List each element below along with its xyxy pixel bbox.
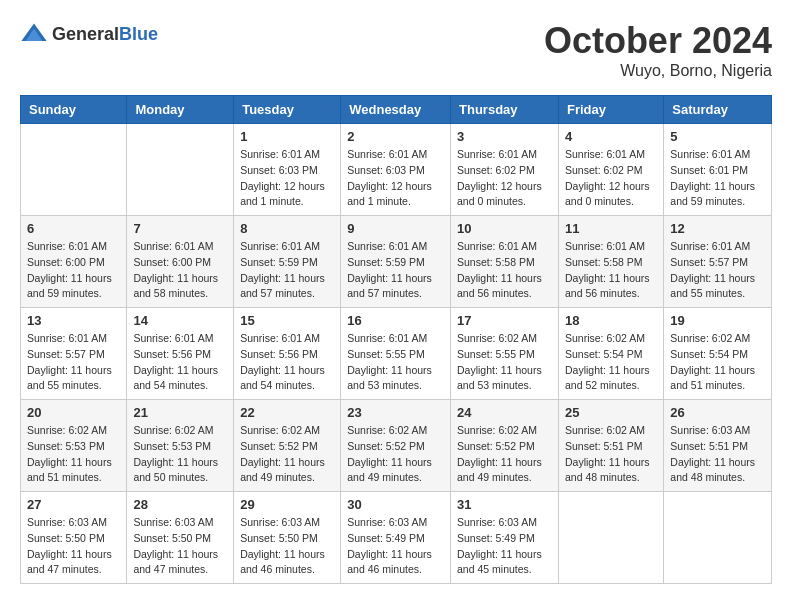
title-block: October 2024 Wuyo, Borno, Nigeria [544, 20, 772, 80]
calendar-cell: 7Sunrise: 6:01 AMSunset: 6:00 PMDaylight… [127, 216, 234, 308]
calendar-cell: 19Sunrise: 6:02 AMSunset: 5:54 PMDayligh… [664, 308, 772, 400]
day-info: Sunrise: 6:03 AMSunset: 5:51 PMDaylight:… [670, 423, 765, 486]
calendar-cell: 1Sunrise: 6:01 AMSunset: 6:03 PMDaylight… [234, 124, 341, 216]
weekday-header-thursday: Thursday [451, 96, 559, 124]
calendar-cell: 6Sunrise: 6:01 AMSunset: 6:00 PMDaylight… [21, 216, 127, 308]
month-title: October 2024 [544, 20, 772, 62]
day-number: 6 [27, 221, 120, 236]
calendar-cell [127, 124, 234, 216]
day-info: Sunrise: 6:01 AMSunset: 6:02 PMDaylight:… [457, 147, 552, 210]
day-info: Sunrise: 6:02 AMSunset: 5:55 PMDaylight:… [457, 331, 552, 394]
weekday-header-row: SundayMondayTuesdayWednesdayThursdayFrid… [21, 96, 772, 124]
day-number: 8 [240, 221, 334, 236]
day-number: 10 [457, 221, 552, 236]
day-number: 9 [347, 221, 444, 236]
day-number: 21 [133, 405, 227, 420]
calendar-cell: 3Sunrise: 6:01 AMSunset: 6:02 PMDaylight… [451, 124, 559, 216]
calendar-cell [21, 124, 127, 216]
calendar-cell: 27Sunrise: 6:03 AMSunset: 5:50 PMDayligh… [21, 492, 127, 584]
calendar-cell: 30Sunrise: 6:03 AMSunset: 5:49 PMDayligh… [341, 492, 451, 584]
location-title: Wuyo, Borno, Nigeria [544, 62, 772, 80]
day-info: Sunrise: 6:01 AMSunset: 5:58 PMDaylight:… [457, 239, 552, 302]
day-info: Sunrise: 6:03 AMSunset: 5:50 PMDaylight:… [240, 515, 334, 578]
day-info: Sunrise: 6:01 AMSunset: 5:56 PMDaylight:… [240, 331, 334, 394]
day-info: Sunrise: 6:01 AMSunset: 6:00 PMDaylight:… [133, 239, 227, 302]
calendar-cell: 31Sunrise: 6:03 AMSunset: 5:49 PMDayligh… [451, 492, 559, 584]
calendar-cell: 15Sunrise: 6:01 AMSunset: 5:56 PMDayligh… [234, 308, 341, 400]
calendar-cell: 26Sunrise: 6:03 AMSunset: 5:51 PMDayligh… [664, 400, 772, 492]
logo-general: General [52, 24, 119, 44]
day-number: 27 [27, 497, 120, 512]
day-info: Sunrise: 6:01 AMSunset: 6:03 PMDaylight:… [240, 147, 334, 210]
calendar-cell: 12Sunrise: 6:01 AMSunset: 5:57 PMDayligh… [664, 216, 772, 308]
day-number: 29 [240, 497, 334, 512]
day-number: 19 [670, 313, 765, 328]
calendar-week-1: 1Sunrise: 6:01 AMSunset: 6:03 PMDaylight… [21, 124, 772, 216]
day-number: 4 [565, 129, 657, 144]
day-number: 31 [457, 497, 552, 512]
day-number: 12 [670, 221, 765, 236]
calendar-week-3: 13Sunrise: 6:01 AMSunset: 5:57 PMDayligh… [21, 308, 772, 400]
day-number: 25 [565, 405, 657, 420]
day-info: Sunrise: 6:02 AMSunset: 5:54 PMDaylight:… [670, 331, 765, 394]
day-number: 2 [347, 129, 444, 144]
day-number: 20 [27, 405, 120, 420]
day-number: 26 [670, 405, 765, 420]
day-info: Sunrise: 6:03 AMSunset: 5:49 PMDaylight:… [457, 515, 552, 578]
day-info: Sunrise: 6:03 AMSunset: 5:50 PMDaylight:… [27, 515, 120, 578]
calendar-cell: 21Sunrise: 6:02 AMSunset: 5:53 PMDayligh… [127, 400, 234, 492]
calendar-cell: 14Sunrise: 6:01 AMSunset: 5:56 PMDayligh… [127, 308, 234, 400]
day-info: Sunrise: 6:01 AMSunset: 6:01 PMDaylight:… [670, 147, 765, 210]
calendar-cell: 18Sunrise: 6:02 AMSunset: 5:54 PMDayligh… [558, 308, 663, 400]
calendar-body: 1Sunrise: 6:01 AMSunset: 6:03 PMDaylight… [21, 124, 772, 584]
day-info: Sunrise: 6:01 AMSunset: 5:56 PMDaylight:… [133, 331, 227, 394]
day-number: 5 [670, 129, 765, 144]
day-info: Sunrise: 6:01 AMSunset: 5:59 PMDaylight:… [240, 239, 334, 302]
day-info: Sunrise: 6:01 AMSunset: 5:58 PMDaylight:… [565, 239, 657, 302]
day-info: Sunrise: 6:01 AMSunset: 5:55 PMDaylight:… [347, 331, 444, 394]
day-info: Sunrise: 6:01 AMSunset: 6:02 PMDaylight:… [565, 147, 657, 210]
day-info: Sunrise: 6:01 AMSunset: 5:57 PMDaylight:… [670, 239, 765, 302]
day-info: Sunrise: 6:02 AMSunset: 5:52 PMDaylight:… [240, 423, 334, 486]
day-number: 1 [240, 129, 334, 144]
calendar-cell: 11Sunrise: 6:01 AMSunset: 5:58 PMDayligh… [558, 216, 663, 308]
calendar-cell: 16Sunrise: 6:01 AMSunset: 5:55 PMDayligh… [341, 308, 451, 400]
day-number: 14 [133, 313, 227, 328]
day-info: Sunrise: 6:02 AMSunset: 5:54 PMDaylight:… [565, 331, 657, 394]
day-info: Sunrise: 6:02 AMSunset: 5:53 PMDaylight:… [27, 423, 120, 486]
page-header: GeneralBlue October 2024 Wuyo, Borno, Ni… [20, 20, 772, 80]
calendar-cell: 25Sunrise: 6:02 AMSunset: 5:51 PMDayligh… [558, 400, 663, 492]
weekday-header-tuesday: Tuesday [234, 96, 341, 124]
day-info: Sunrise: 6:03 AMSunset: 5:50 PMDaylight:… [133, 515, 227, 578]
weekday-header-monday: Monday [127, 96, 234, 124]
day-info: Sunrise: 6:01 AMSunset: 6:03 PMDaylight:… [347, 147, 444, 210]
weekday-header-saturday: Saturday [664, 96, 772, 124]
calendar-cell: 28Sunrise: 6:03 AMSunset: 5:50 PMDayligh… [127, 492, 234, 584]
day-info: Sunrise: 6:03 AMSunset: 5:49 PMDaylight:… [347, 515, 444, 578]
calendar-week-2: 6Sunrise: 6:01 AMSunset: 6:00 PMDaylight… [21, 216, 772, 308]
day-info: Sunrise: 6:01 AMSunset: 6:00 PMDaylight:… [27, 239, 120, 302]
day-number: 23 [347, 405, 444, 420]
day-number: 16 [347, 313, 444, 328]
day-info: Sunrise: 6:02 AMSunset: 5:51 PMDaylight:… [565, 423, 657, 486]
calendar-week-4: 20Sunrise: 6:02 AMSunset: 5:53 PMDayligh… [21, 400, 772, 492]
calendar-week-5: 27Sunrise: 6:03 AMSunset: 5:50 PMDayligh… [21, 492, 772, 584]
calendar-cell: 8Sunrise: 6:01 AMSunset: 5:59 PMDaylight… [234, 216, 341, 308]
day-number: 24 [457, 405, 552, 420]
day-number: 11 [565, 221, 657, 236]
calendar-cell: 17Sunrise: 6:02 AMSunset: 5:55 PMDayligh… [451, 308, 559, 400]
calendar-table: SundayMondayTuesdayWednesdayThursdayFrid… [20, 95, 772, 584]
logo-icon [20, 20, 48, 48]
day-info: Sunrise: 6:01 AMSunset: 5:57 PMDaylight:… [27, 331, 120, 394]
calendar-cell: 13Sunrise: 6:01 AMSunset: 5:57 PMDayligh… [21, 308, 127, 400]
logo-text: GeneralBlue [52, 24, 158, 45]
calendar-cell: 9Sunrise: 6:01 AMSunset: 5:59 PMDaylight… [341, 216, 451, 308]
day-number: 13 [27, 313, 120, 328]
logo: GeneralBlue [20, 20, 158, 48]
day-info: Sunrise: 6:02 AMSunset: 5:53 PMDaylight:… [133, 423, 227, 486]
weekday-header-sunday: Sunday [21, 96, 127, 124]
calendar-cell [664, 492, 772, 584]
logo-blue: Blue [119, 24, 158, 44]
day-number: 3 [457, 129, 552, 144]
day-info: Sunrise: 6:02 AMSunset: 5:52 PMDaylight:… [457, 423, 552, 486]
